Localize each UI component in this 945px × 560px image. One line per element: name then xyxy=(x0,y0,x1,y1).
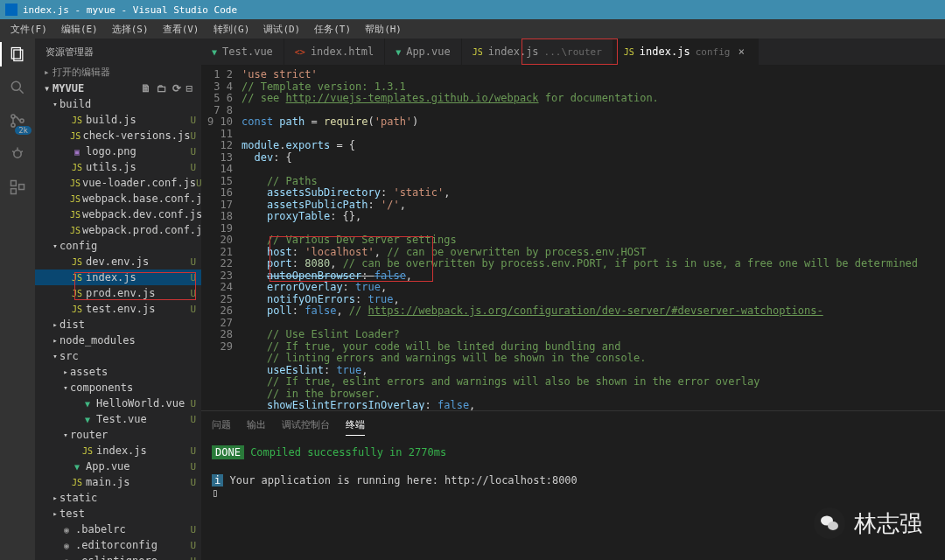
running-msg: Your application is running here: http:/… xyxy=(229,474,577,486)
svg-point-6 xyxy=(20,119,24,122)
file-row[interactable]: JSbuild.jsU xyxy=(35,112,201,128)
file-row[interactable]: JSmain.jsU xyxy=(35,474,201,490)
editor-tab[interactable]: ▼Test.vue xyxy=(201,38,284,65)
file-row[interactable]: JSvue-loader.conf.jsU xyxy=(35,175,201,191)
menubar: 文件(F)编辑(E)选择(S)查看(V)转到(G)调试(D)任务(T)帮助(H) xyxy=(0,19,945,38)
file-row[interactable]: ◉.eslintignoreU xyxy=(35,553,201,560)
editor-tab[interactable]: JSindex.jsconfig× xyxy=(613,38,760,65)
panel-tab[interactable]: 问题 xyxy=(212,415,231,436)
file-row[interactable]: ▼HelloWorld.vueU xyxy=(35,396,201,411)
file-row[interactable]: ▼App.vueU xyxy=(35,458,201,474)
search-icon[interactable] xyxy=(7,77,28,98)
editor-tab[interactable]: ▼App.vue xyxy=(385,38,462,65)
explorer-icon[interactable] xyxy=(7,44,28,65)
watermark: 林志强 xyxy=(814,508,922,539)
extensions-icon[interactable] xyxy=(7,177,28,198)
file-row[interactable]: ▼Test.vueU xyxy=(35,411,201,427)
editor-tab[interactable]: JSindex.js...\router xyxy=(462,38,613,65)
open-editors-section[interactable]: ▸打开的编辑器 xyxy=(35,64,201,80)
svg-rect-11 xyxy=(11,181,17,186)
window-title: index.js - myvue - Visual Studio Code xyxy=(23,4,237,16)
menu-item[interactable]: 选择(S) xyxy=(105,23,156,36)
svg-point-4 xyxy=(11,115,15,118)
code-editor[interactable]: 1 2 3 4 5 6 7 8 9 10 11 12 13 14 15 16 1… xyxy=(201,66,945,410)
folder-row[interactable]: ▸dist xyxy=(35,317,201,332)
compile-status: Compiled successfully in 2770ms xyxy=(250,446,446,458)
folder-row[interactable]: ▾config xyxy=(35,238,201,254)
debug-icon[interactable] xyxy=(7,144,28,164)
line-gutter: 1 2 3 4 5 6 7 8 9 10 11 12 13 14 15 16 1… xyxy=(201,66,242,410)
file-row[interactable]: JSdev.env.jsU xyxy=(35,254,201,270)
scm-badge: 2k xyxy=(15,126,32,135)
panel-tabs: 问题输出调试控制台终端 xyxy=(201,411,945,439)
folder-row[interactable]: ▾src xyxy=(35,348,201,364)
wechat-icon xyxy=(814,508,845,539)
folder-row[interactable]: ▸assets xyxy=(35,364,201,380)
folder-row[interactable]: ▸static xyxy=(35,490,201,506)
done-badge: DONE xyxy=(212,445,244,459)
file-row[interactable]: JSutils.jsU xyxy=(35,159,201,175)
svg-rect-12 xyxy=(11,189,17,194)
new-folder-icon[interactable]: 🗀 xyxy=(157,82,167,94)
file-row[interactable]: JStest.env.jsU xyxy=(35,301,201,317)
scm-icon[interactable]: 2k xyxy=(7,110,28,131)
vscode-icon xyxy=(5,4,18,16)
svg-rect-13 xyxy=(19,185,24,190)
editor-tabs: ▼Test.vue<>index.html▼App.vueJSindex.js.… xyxy=(201,38,945,66)
file-row[interactable]: JSindex.jsU xyxy=(35,443,201,458)
titlebar: index.js - myvue - Visual Studio Code xyxy=(0,0,945,19)
panel-tab[interactable]: 调试控制台 xyxy=(282,415,330,436)
file-row[interactable]: JSindex.jsU xyxy=(35,270,201,285)
file-row[interactable]: JSprod.env.jsU xyxy=(35,285,201,301)
panel-tab[interactable]: 输出 xyxy=(247,415,266,436)
refresh-icon[interactable]: ⟳ xyxy=(172,82,181,94)
menu-item[interactable]: 文件(F) xyxy=(4,23,54,36)
svg-point-2 xyxy=(11,81,20,90)
panel-tab[interactable]: 终端 xyxy=(346,415,365,436)
file-row[interactable]: ◉.babelrcU xyxy=(35,522,201,537)
folder-row[interactable]: ▸test xyxy=(35,506,201,522)
info-badge: i xyxy=(212,474,223,486)
file-row[interactable]: ▣logo.pngU xyxy=(35,144,201,159)
file-row[interactable]: JScheck-versions.jsU xyxy=(35,128,201,144)
menu-item[interactable]: 任务(T) xyxy=(307,23,358,36)
collapse-icon[interactable]: ⊟ xyxy=(186,82,192,94)
folder-row[interactable]: ▾router xyxy=(35,427,201,443)
close-icon[interactable]: × xyxy=(735,46,747,58)
svg-point-7 xyxy=(14,150,21,158)
project-header[interactable]: ▾MYVUE 🗎 🗀 ⟳ ⊟ xyxy=(35,80,201,96)
sidebar: 资源管理器 ▸打开的编辑器 ▾MYVUE 🗎 🗀 ⟳ ⊟ ▾buildJSbui… xyxy=(35,38,201,560)
file-row[interactable]: ◉.editorconfigU xyxy=(35,537,201,553)
svg-point-5 xyxy=(11,123,15,127)
file-tree: ▾buildJSbuild.jsUJScheck-versions.jsU▣lo… xyxy=(35,96,201,560)
svg-point-15 xyxy=(828,522,838,530)
editor-area: ▼Test.vue<>index.html▼App.vueJSindex.js.… xyxy=(201,38,945,560)
editor-tab[interactable]: <>index.html xyxy=(284,38,385,65)
code-content[interactable]: 'use strict' // Template version: 1.3.1 … xyxy=(242,66,918,410)
svg-line-3 xyxy=(20,90,24,94)
new-file-icon[interactable]: 🗎 xyxy=(141,82,151,94)
menu-item[interactable]: 查看(V) xyxy=(156,23,206,36)
terminal[interactable]: DONE Compiled successfully in 2770ms i Y… xyxy=(201,439,945,560)
folder-row[interactable]: ▸node_modules xyxy=(35,332,201,348)
activity-bar: 2k xyxy=(0,38,35,560)
menu-item[interactable]: 调试(D) xyxy=(256,23,307,36)
folder-row[interactable]: ▾components xyxy=(35,380,201,396)
sidebar-title: 资源管理器 xyxy=(35,38,201,64)
menu-item[interactable]: 帮助(H) xyxy=(358,23,409,36)
menu-item[interactable]: 转到(G) xyxy=(206,23,257,36)
menu-item[interactable]: 编辑(E) xyxy=(54,23,105,36)
file-row[interactable]: JSwebpack.dev.conf.jsU xyxy=(35,206,201,222)
folder-row[interactable]: ▾build xyxy=(35,96,201,112)
file-row[interactable]: JSwebpack.prod.conf.jsU xyxy=(35,222,201,238)
file-row[interactable]: JSwebpack.base.conf.jsU xyxy=(35,191,201,206)
